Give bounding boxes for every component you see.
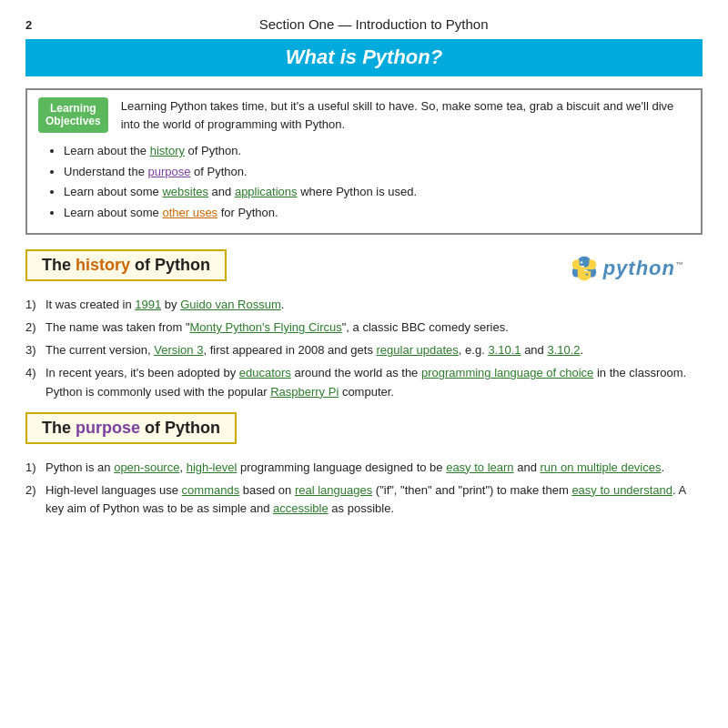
history-keyword: history	[76, 256, 130, 274]
regular-updates-link[interactable]: regular updates	[377, 343, 459, 357]
educators-link[interactable]: educators	[239, 366, 291, 379]
svg-point-1	[585, 273, 587, 275]
version3-link[interactable]: Version 3	[154, 343, 203, 357]
list-item: Learn about some websites and applicatio…	[64, 183, 690, 201]
history-header-row: The history of Python python™	[25, 248, 703, 288]
python-logo-text: python™	[603, 257, 684, 280]
list-item: 2) High-level languages use commands bas…	[25, 481, 703, 518]
learning-objectives-badge: Learning Objectives	[38, 97, 108, 133]
prog-lang-choice-link[interactable]: programming language of choice	[421, 366, 593, 379]
3101-link[interactable]: 3.10.1	[488, 343, 521, 357]
year-1991-link[interactable]: 1991	[135, 298, 161, 311]
list-item: Learn about some other uses for Python.	[64, 204, 690, 222]
section-title: Section One — Introduction to Python	[45, 16, 703, 32]
accessible-link[interactable]: accessible	[273, 501, 329, 515]
guido-link[interactable]: Guido van Rossum	[180, 298, 281, 311]
purpose-section: The purpose of Python 1) Python is an op…	[25, 410, 703, 518]
main-title-bar: What is Python?	[25, 39, 703, 76]
list-item: 3) The current version, Version 3, first…	[25, 341, 703, 359]
websites-link[interactable]: websites	[162, 185, 208, 198]
python-logo: python™	[571, 255, 684, 282]
list-item: Learn about the history of Python.	[64, 142, 690, 160]
real-languages-link[interactable]: real languages	[295, 483, 372, 497]
lo-intro-text: Learning Python takes time, but it's a u…	[121, 97, 690, 133]
main-title: What is Python?	[25, 46, 703, 69]
list-item: 1) It was created in 1991 by Guido van R…	[25, 296, 703, 314]
svg-point-0	[580, 261, 581, 263]
other-uses-link[interactable]: other uses	[162, 206, 217, 219]
lo-list: Learn about the history of Python. Under…	[38, 142, 690, 224]
easy-to-learn-link[interactable]: easy to learn	[446, 460, 513, 474]
list-item: 4) In recent years, it's been adopted by…	[25, 364, 703, 400]
page-header: 2 Section One — Introduction to Python	[25, 16, 703, 32]
list-item: 2) The name was taken from "Monty Python…	[25, 318, 703, 337]
lo-badge-line2: Objectives	[46, 115, 101, 127]
purpose-heading-box: The purpose of Python	[25, 412, 237, 444]
purpose-list: 1) Python is an open-source, high-level …	[25, 459, 703, 518]
list-item: Understand the purpose of Python.	[64, 163, 690, 181]
purpose-link[interactable]: purpose	[148, 165, 191, 178]
monty-python-link[interactable]: Monty Python's Flying Circus	[190, 320, 342, 334]
learning-objectives-box: Learning Objectives Learning Python take…	[25, 88, 703, 235]
history-section: The history of Python python™ 1) It was …	[25, 248, 703, 401]
open-source-link[interactable]: open-source	[114, 460, 179, 474]
lo-badge-line1: Learning	[50, 102, 96, 115]
learning-objectives-header: Learning Objectives Learning Python take…	[38, 97, 690, 133]
page-number: 2	[25, 18, 32, 32]
purpose-keyword: purpose	[76, 419, 140, 437]
page: 2 Section One — Introduction to Python W…	[0, 0, 728, 728]
python-snake-icon	[571, 255, 598, 282]
commands-link[interactable]: commands	[182, 483, 240, 497]
high-level-link[interactable]: high-level	[187, 460, 238, 474]
history-heading-box: The history of Python	[25, 249, 227, 281]
list-item: 1) Python is an open-source, high-level …	[25, 459, 703, 477]
applications-link[interactable]: applications	[235, 185, 298, 198]
run-multiple-devices-link[interactable]: run on multiple devices	[541, 460, 662, 474]
history-link[interactable]: history	[150, 144, 185, 157]
history-list: 1) It was created in 1991 by Guido van R…	[25, 296, 703, 401]
python-tm: ™	[675, 259, 684, 268]
raspberry-pi-link[interactable]: Raspberry Pi	[270, 385, 339, 399]
easy-to-understand-link[interactable]: easy to understand	[571, 483, 672, 497]
3102-link[interactable]: 3.10.2	[547, 343, 580, 357]
